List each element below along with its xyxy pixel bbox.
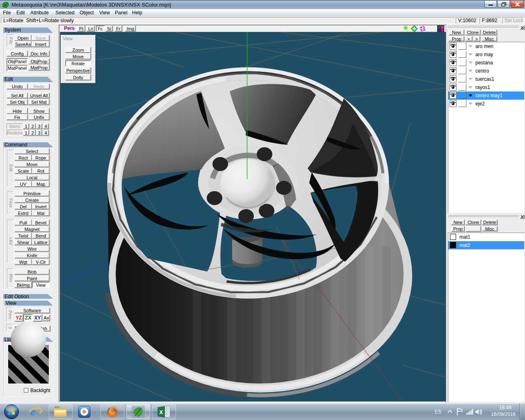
svg-text:X: X [159,409,163,415]
svg-text:e: e [30,405,35,418]
